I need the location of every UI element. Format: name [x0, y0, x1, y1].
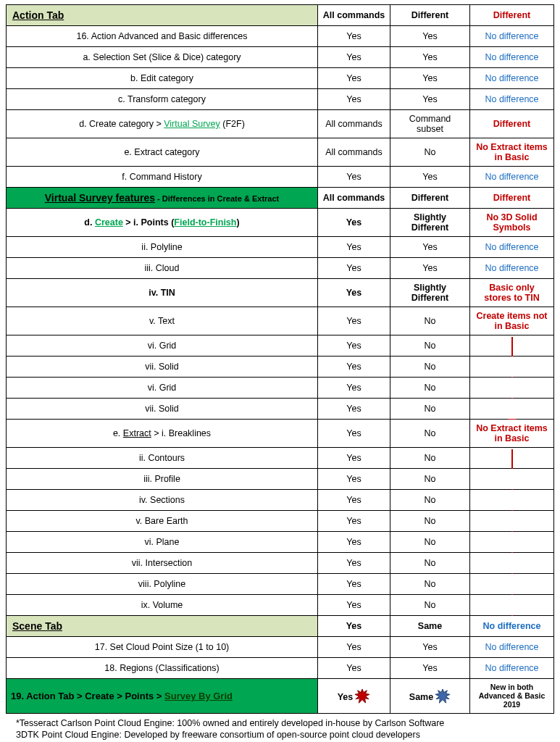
col-a-header: Yes	[318, 616, 390, 637]
cell-a: Yes	[318, 237, 390, 258]
cell-diff	[470, 448, 554, 469]
row-label: iii. Profile	[7, 469, 318, 490]
cell-b: No	[390, 399, 470, 420]
cell-diff: No difference	[470, 26, 554, 47]
col-diff-header: Different	[470, 188, 554, 209]
cell-diff	[470, 490, 554, 511]
cell-a: Yes	[318, 469, 390, 490]
cell-b: No	[390, 448, 470, 469]
cell-a: All commands	[318, 110, 390, 138]
col-b-header: Different	[390, 5, 470, 26]
cell-b: No	[390, 307, 470, 335]
cell-a: Yes	[318, 658, 390, 679]
row-label: a. Selection Set (Slice & Dice) category	[7, 47, 318, 68]
cell-b: Yes	[390, 237, 470, 258]
cell-b: No	[390, 469, 470, 490]
comparison-table: Action TabAll commandsDifferentDifferent…	[6, 4, 554, 714]
cell-diff	[470, 378, 554, 399]
row-label: ii. Polyline	[7, 237, 318, 258]
cell-a: Yes	[318, 167, 390, 188]
col-b-header: Same	[390, 616, 470, 637]
section-action-tab: Action Tab	[7, 5, 318, 26]
cell-a: Yes	[318, 574, 390, 595]
cell-diff	[470, 335, 554, 357]
cell-b: No	[390, 378, 470, 399]
cell-a: Yes	[318, 420, 390, 448]
row-label: vi. Grid	[7, 335, 318, 357]
row-label: ix. Volume	[7, 595, 318, 616]
cell-diff	[470, 532, 554, 553]
cell-diff	[470, 469, 554, 490]
row-label: d. Create category > Virtual Survey (F2F…	[7, 110, 318, 138]
cell-a: Yes	[318, 679, 390, 714]
footnotes: *Tesseract Carlson Point Cloud Engine: 1…	[6, 714, 554, 740]
footnote-1: *Tesseract Carlson Point Cloud Engine: 1…	[16, 718, 547, 728]
col-b-header: Different	[390, 188, 470, 209]
cell-diff	[470, 553, 554, 574]
row-label: iv. Sections	[7, 490, 318, 511]
row-label: 16. Action Advanced and Basic difference…	[7, 26, 318, 47]
survey-by-grid-link[interactable]: Survey By Grid	[164, 691, 233, 701]
cell-b: Yes	[390, 637, 470, 658]
cell-diff: No difference	[470, 68, 554, 89]
row-label: f. Command History	[7, 167, 318, 188]
create-link[interactable]: Create	[95, 217, 123, 228]
row-label: vii. Solid	[7, 357, 318, 378]
cell-diff: No difference	[470, 237, 554, 258]
cell-b: No	[390, 357, 470, 378]
f2f-link[interactable]: Field-to-Finish	[174, 217, 236, 228]
cell-b: No	[390, 490, 470, 511]
cell-diff: No difference	[470, 658, 554, 679]
cell-a: Yes	[318, 68, 390, 89]
starburst-icon	[354, 688, 370, 704]
cell-diff: Basic only stores to TIN	[470, 279, 554, 307]
cell-b: Yes	[390, 89, 470, 110]
cell-b: No	[390, 420, 470, 448]
svg-marker-1	[435, 688, 450, 702]
cell-a: Yes	[318, 89, 390, 110]
cell-diff	[470, 595, 554, 616]
cell-diff	[470, 357, 554, 378]
cell-a: Yes	[318, 637, 390, 658]
row-label: 18. Regions (Classifications)	[7, 658, 318, 679]
cell-b: No	[390, 532, 470, 553]
cell-b: Yes	[390, 167, 470, 188]
row-label: 17. Set Cloud Point Size (1 to 10)	[7, 637, 318, 658]
cell-b: No	[390, 574, 470, 595]
row-label: iv. TIN	[7, 279, 318, 307]
cell-b: No	[390, 553, 470, 574]
cell-b: Slightly Different	[390, 209, 470, 237]
cell-diff: New in both Advanced & Basic 2019	[470, 679, 554, 714]
cell-diff: No difference	[470, 167, 554, 188]
cell-a: Yes	[318, 258, 390, 279]
col-diff-header: No difference	[470, 616, 554, 637]
cell-a: Yes	[318, 47, 390, 68]
section-scene-tab: Scene Tab	[7, 616, 318, 637]
cell-b: No	[390, 511, 470, 532]
col-a-header: All commands	[318, 188, 390, 209]
cell-a: Yes	[318, 335, 390, 357]
cell-a: Yes	[318, 448, 390, 469]
row-label: c. Transform category	[7, 89, 318, 110]
section-survey-by-grid: 19. Action Tab > Create > Points > Surve…	[7, 679, 318, 714]
row-label: v. Bare Earth	[7, 511, 318, 532]
cell-b: Same	[390, 679, 470, 714]
cell-diff: Different	[470, 110, 554, 138]
cell-a: Yes	[318, 357, 390, 378]
section-virtual-survey: Virtual Survey features - Differences in…	[7, 188, 318, 209]
svg-marker-0	[355, 688, 369, 702]
cell-b: Command subset	[390, 110, 470, 138]
cell-a: Yes	[318, 595, 390, 616]
cell-a: All commands	[318, 138, 390, 167]
cell-b: Yes	[390, 47, 470, 68]
cell-diff: No difference	[470, 47, 554, 68]
row-label: d. Create > i. Points (Field-to-Finish)	[7, 209, 318, 237]
row-label: e. Extract category	[7, 138, 318, 167]
col-diff-header: Different	[470, 5, 554, 26]
cell-diff: No 3D Solid Symbols	[470, 209, 554, 237]
col-a-header: All commands	[318, 5, 390, 26]
cell-b: No	[390, 335, 470, 357]
footnote-2: 3DTK Point Cloud Engine: Developed by fr…	[16, 730, 547, 740]
virtual-survey-link[interactable]: Virtual Survey	[164, 119, 220, 129]
cell-diff	[470, 574, 554, 595]
